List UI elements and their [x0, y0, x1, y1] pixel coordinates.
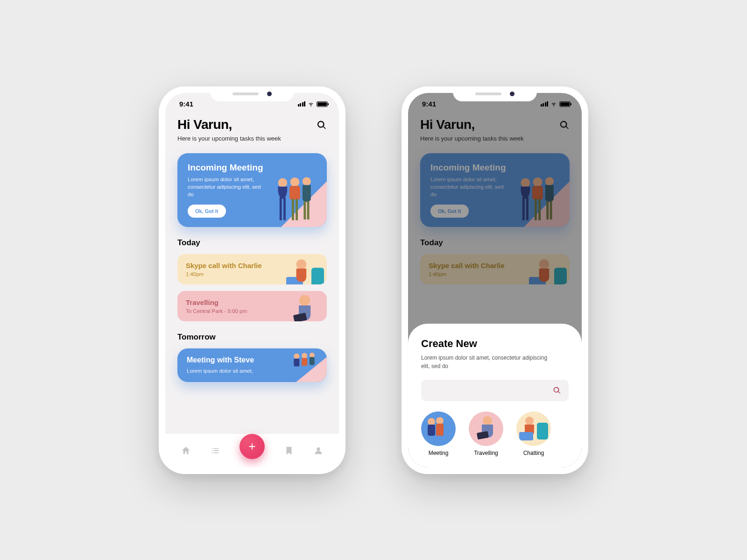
- task-row-title: Skype call with Charlie: [186, 262, 318, 269]
- device-notch: [210, 86, 294, 101]
- svg-point-4: [290, 177, 300, 186]
- create-sheet: Create New Lorem ipsum dolor sit amet, c…: [408, 324, 582, 468]
- phone-mockup-create: 9:41 Hi Varun, Here is your upcoming tas…: [402, 86, 588, 474]
- signal-icon: [298, 101, 306, 106]
- sheet-title: Create New: [421, 338, 569, 350]
- signal-icon: [541, 101, 549, 106]
- svg-rect-15: [293, 312, 307, 321]
- sheet-search-input[interactable]: [421, 380, 569, 401]
- task-row-skype[interactable]: Skype call with Charlie 1:40pm: [177, 254, 327, 284]
- svg-point-37: [428, 418, 435, 425]
- task-illustration: [282, 293, 324, 321]
- category-label: Travelling: [474, 450, 498, 456]
- hero-card-title: Incoming Meeting: [188, 163, 317, 173]
- nav-home-icon[interactable]: [181, 446, 191, 456]
- svg-point-1: [278, 178, 287, 187]
- task-row-title: Travelling: [186, 298, 318, 306]
- svg-rect-5: [289, 185, 300, 199]
- wifi-icon: [307, 101, 315, 107]
- svg-rect-10: [307, 201, 309, 219]
- status-time: 9:41: [422, 100, 436, 108]
- svg-rect-3: [283, 197, 286, 220]
- task-illustration: [282, 256, 324, 284]
- svg-point-41: [483, 416, 492, 425]
- category-meeting-icon: [421, 411, 456, 446]
- svg-rect-38: [428, 425, 435, 436]
- screen-create: 9:41 Hi Varun, Here is your upcoming tas…: [408, 93, 582, 468]
- person-laptop-icon: [469, 411, 503, 446]
- category-chatting-icon: [516, 411, 551, 446]
- page-greeting: Hi Varun,: [177, 117, 281, 132]
- svg-rect-7: [296, 198, 298, 220]
- task-row-time: To Central Park - 5:00 pm: [186, 308, 318, 314]
- svg-rect-9: [303, 201, 306, 219]
- search-icon[interactable]: [317, 120, 327, 130]
- hero-card[interactable]: Incoming Meeting Lorem ipsum dolor sit a…: [177, 153, 327, 227]
- nav-profile-icon[interactable]: [313, 446, 324, 456]
- svg-point-8: [303, 177, 311, 185]
- hero-card-desc: Lorem ipsum dolor sit amet, consectetur …: [188, 176, 262, 198]
- svg-rect-43: [537, 423, 548, 439]
- svg-point-39: [436, 417, 444, 425]
- category-chatting[interactable]: Chatting: [516, 411, 551, 456]
- svg-rect-45: [519, 432, 533, 440]
- main-content: Hi Varun, Here is your upcoming tasks th…: [165, 115, 339, 382]
- sheet-categories: Meeting Travelling Chatting: [421, 411, 569, 456]
- svg-point-44: [525, 417, 534, 425]
- svg-rect-40: [436, 424, 444, 436]
- phone-mockup-home: 9:41 Hi Varun, Here is your upcoming tas…: [159, 86, 345, 474]
- nav-bookmark-icon[interactable]: [284, 446, 294, 456]
- person-desk-icon: [516, 411, 551, 446]
- category-label: Chatting: [523, 450, 544, 456]
- task-row-travelling[interactable]: Travelling To Central Park - 5:00 pm: [177, 291, 327, 321]
- category-travelling[interactable]: Travelling: [469, 411, 503, 456]
- search-icon: [553, 386, 561, 395]
- tomorrow-card-title: Meeting with Steve: [187, 356, 317, 364]
- nav-list-icon[interactable]: [210, 446, 220, 456]
- category-label: Meeting: [429, 450, 449, 456]
- people-icon: [421, 411, 456, 446]
- device-notch: [453, 86, 537, 101]
- category-meeting[interactable]: Meeting: [421, 411, 456, 456]
- svg-rect-2: [280, 197, 282, 220]
- status-time: 9:41: [179, 100, 193, 108]
- battery-icon: [317, 101, 328, 107]
- svg-rect-6: [292, 198, 294, 220]
- hero-card-button[interactable]: Ok, Got it: [188, 205, 226, 218]
- screen-home: 9:41 Hi Varun, Here is your upcoming tas…: [165, 93, 339, 468]
- page-subtitle: Here is your upcoming tasks this week: [177, 135, 281, 142]
- tomorrow-illustration: [258, 348, 327, 382]
- svg-marker-0: [281, 181, 327, 227]
- fab-add-button[interactable]: [240, 434, 265, 459]
- category-travelling-icon: [469, 411, 503, 446]
- sheet-desc: Lorem ipsum dolor sit amet, consectetur …: [421, 354, 557, 370]
- bottom-nav: [165, 434, 339, 468]
- tomorrow-card[interactable]: Meeting with Steve Lorem ipsum dolor sit…: [177, 348, 327, 382]
- battery-icon: [559, 101, 571, 107]
- svg-rect-12: [286, 277, 303, 284]
- wifi-icon: [550, 101, 557, 107]
- task-row-time: 1:40pm: [186, 271, 318, 277]
- svg-rect-42: [477, 431, 489, 439]
- section-tomorrow: Tomorrow: [177, 333, 327, 342]
- section-today: Today: [177, 238, 327, 248]
- tomorrow-card-desc: Lorem ipsum dolor sit amet,: [187, 367, 262, 375]
